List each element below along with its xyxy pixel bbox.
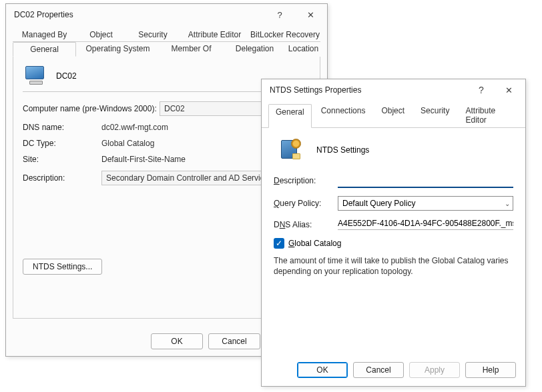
tab-general[interactable]: General <box>268 104 312 128</box>
dlg1-title: DC02 Properties <box>14 10 264 19</box>
computer-icon <box>25 66 47 86</box>
tab-bitlocker-recovery[interactable]: BitLocker Recovery <box>250 28 320 42</box>
tab-managed-by[interactable]: Managed By <box>13 28 76 42</box>
dns-alias-value: A4E552DF-4106-4D1A-94FC-905488E2800F._ms… <box>338 219 513 230</box>
tab-attribute-editor[interactable]: Attribute Editor <box>459 103 519 127</box>
tab-operating-system[interactable]: Operating System <box>76 42 160 57</box>
global-catalog-label: Global Catalog <box>288 239 341 248</box>
tab-general[interactable]: General <box>13 42 76 57</box>
global-catalog-checkbox[interactable] <box>274 238 284 249</box>
query-policy-value: Default Query Policy <box>342 199 415 208</box>
dns-label: DNS name: <box>23 123 101 132</box>
tab-delegation[interactable]: Delegation <box>223 42 286 57</box>
ok-button[interactable]: OK <box>297 362 348 378</box>
pre2000-label: Computer name (pre-Windows 2000): <box>23 104 160 113</box>
dlg2-titlebar: NTDS Settings Properties ? ✕ <box>262 79 525 101</box>
cancel-button[interactable]: Cancel <box>353 362 404 378</box>
apply-button[interactable]: Apply <box>409 362 460 378</box>
tab-attribute-editor[interactable]: Attribute Editor <box>180 28 250 42</box>
dlg1-titlebar: DC02 Properties ? ✕ <box>6 4 327 25</box>
help-icon[interactable]: ? <box>469 80 493 100</box>
query-policy-label: Query Policy: <box>274 199 338 208</box>
global-catalog-note: The amount of time it will take to publi… <box>274 255 513 277</box>
query-policy-combobox[interactable]: Default Query Policy ⌄ <box>338 196 513 211</box>
dctype-label: DC Type: <box>23 139 101 148</box>
cancel-button[interactable]: Cancel <box>208 333 260 349</box>
tab-location[interactable]: Location <box>286 42 320 57</box>
dns-alias-label: DNS Alias: <box>274 220 338 229</box>
tab-security[interactable]: Security <box>414 103 456 127</box>
tab-object[interactable]: Object <box>374 103 411 127</box>
help-icon[interactable]: ? <box>264 5 295 25</box>
site-label: Site: <box>23 155 101 164</box>
close-icon[interactable]: ✕ <box>493 80 524 100</box>
close-icon[interactable]: ✕ <box>295 5 326 25</box>
ntds-settings-icon <box>279 139 302 161</box>
computer-name-heading: DC02 <box>56 71 77 81</box>
ok-button[interactable]: OK <box>151 333 203 349</box>
chevron-down-icon: ⌄ <box>505 200 510 207</box>
dlg2-actions: OK Cancel Apply Help <box>297 362 516 378</box>
ntds-description-label: Description: <box>274 176 338 185</box>
description-label: Description: <box>23 173 101 183</box>
dlg1-tabs-row1: Managed By Object Security Attribute Edi… <box>13 28 320 42</box>
ntds-settings-properties-dialog: NTDS Settings Properties ? ✕ General Con… <box>261 79 526 387</box>
ntds-settings-button[interactable]: NTDS Settings... <box>23 259 102 275</box>
dlg2-general-pane: NTDS Settings Description: Query Policy:… <box>262 128 525 283</box>
tab-object[interactable]: Object <box>76 28 126 42</box>
dlg2-title: NTDS Settings Properties <box>270 85 469 95</box>
tab-security[interactable]: Security <box>126 28 180 42</box>
ntds-description-input[interactable] <box>338 173 513 188</box>
ntds-heading: NTDS Settings <box>316 145 369 155</box>
dlg2-tabs: General Connections Object Security Attr… <box>262 103 525 128</box>
dlg1-tabs-row2: General Operating System Member Of Deleg… <box>13 42 320 57</box>
help-button[interactable]: Help <box>465 362 516 378</box>
tab-member-of[interactable]: Member Of <box>160 42 223 57</box>
tab-connections[interactable]: Connections <box>314 103 372 127</box>
